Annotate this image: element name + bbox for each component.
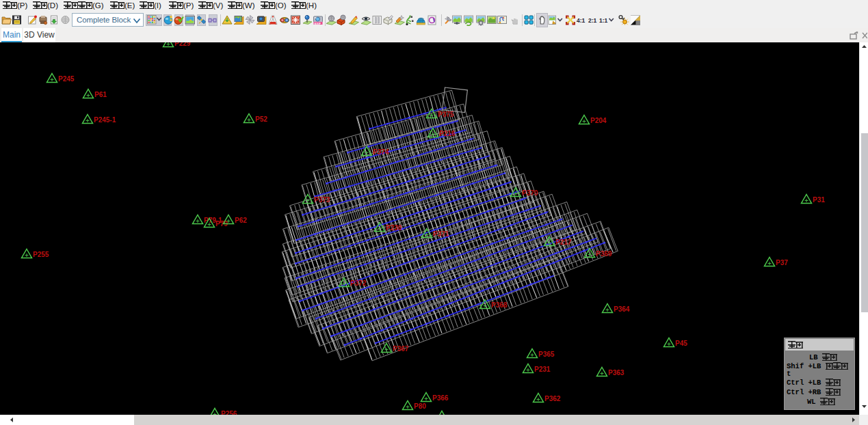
svg-text:P373: P373: [314, 196, 330, 204]
svg-text:P204: P204: [590, 117, 607, 124]
svg-text:P31: P31: [813, 196, 825, 204]
svg-text:P52: P52: [255, 115, 267, 123]
svg-text:P369: P369: [596, 250, 612, 258]
svg-text:P245: P245: [58, 75, 75, 83]
svg-text:P367: P367: [393, 345, 409, 353]
svg-text:P255: P255: [33, 251, 49, 258]
svg-text:P216: P216: [439, 130, 456, 137]
svg-text:P370: P370: [522, 189, 538, 197]
svg-text:P245-1: P245-1: [94, 116, 116, 124]
svg-text:P61: P61: [94, 91, 107, 98]
svg-text:P371: P371: [433, 230, 449, 238]
svg-text:P62: P62: [235, 217, 247, 224]
svg-text:P372: P372: [350, 279, 367, 287]
svg-text:P375: P375: [438, 111, 454, 118]
svg-text:P256: P256: [221, 410, 237, 415]
svg-text:P363: P363: [608, 369, 624, 376]
svg-text:P217: P217: [555, 238, 572, 246]
svg-text:P368: P368: [491, 301, 508, 309]
svg-text:EXIF: EXIF: [315, 22, 321, 25]
svg-text:P365: P365: [538, 351, 555, 358]
svg-text:P80: P80: [414, 402, 426, 410]
svg-text:P364: P364: [614, 305, 630, 313]
svg-text:P229: P229: [174, 42, 191, 47]
svg-text:P45: P45: [675, 340, 687, 347]
svg-text:P362: P362: [544, 395, 561, 402]
svg-text:P37: P37: [776, 259, 788, 266]
svg-text:P231: P231: [534, 366, 551, 373]
svg-text:P374: P374: [373, 148, 389, 156]
svg-text:P366: P366: [432, 394, 449, 402]
svg-text:P230: P230: [386, 224, 402, 232]
